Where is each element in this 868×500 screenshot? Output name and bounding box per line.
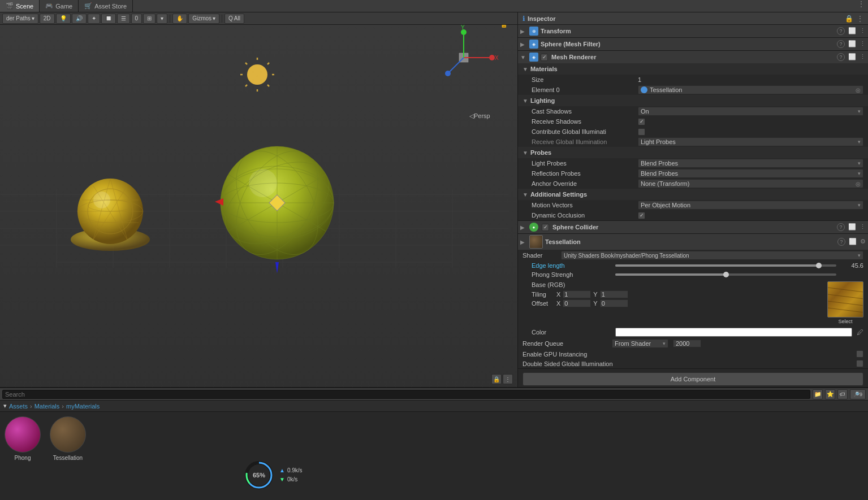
double-sided-gi-checkbox[interactable] bbox=[856, 360, 863, 367]
element0-select-icon[interactable]: ◎ bbox=[856, 87, 861, 93]
cast-shadows-dropdown[interactable]: On ▾ bbox=[638, 107, 863, 116]
tessellation-settings-icon[interactable]: ⚙ bbox=[860, 238, 866, 246]
render-queue-dropdown[interactable]: From Shader ▾ bbox=[612, 339, 668, 348]
mesh-filter-help-icon[interactable]: ? bbox=[837, 40, 845, 48]
tab-asset-store[interactable]: 🛒 Asset Store bbox=[79, 0, 133, 12]
receive-shadows-checkbox[interactable] bbox=[638, 118, 645, 125]
sphere-collider-menu-icon[interactable]: ⋮ bbox=[860, 223, 866, 231]
tiling-y-input[interactable] bbox=[600, 290, 628, 298]
paths-dropdown[interactable]: der Paths ▾ bbox=[2, 14, 38, 24]
breadcrumb-materials[interactable]: Materials bbox=[34, 403, 60, 410]
render-queue-arrow: ▾ bbox=[663, 341, 666, 346]
anchor-override-select-icon[interactable]: ◎ bbox=[856, 181, 861, 187]
transform-header[interactable]: ▶ ⊕ Transform ? ⬜ ⋮ bbox=[518, 25, 868, 37]
light-probes-dropdown[interactable]: Blend Probes ▾ bbox=[638, 159, 863, 168]
transform-align-icon[interactable]: ⬜ bbox=[848, 27, 856, 35]
gizmo-icon-btn[interactable]: ☰ bbox=[117, 14, 130, 24]
probes-section-header[interactable]: ▼ Probes bbox=[518, 147, 868, 158]
contribute-gi-checkbox[interactable] bbox=[638, 128, 645, 136]
scene-tab-label: Scene bbox=[16, 3, 33, 10]
sphere-collider-checkbox[interactable] bbox=[542, 224, 549, 231]
color-eyedropper-icon[interactable]: 🖊 bbox=[857, 328, 863, 336]
phong-strength-track[interactable] bbox=[615, 273, 836, 276]
reflection-probes-dropdown[interactable]: Blend Probes ▾ bbox=[638, 169, 863, 178]
probes-section-label: Probes bbox=[530, 149, 551, 156]
mode-2d-button[interactable]: 2D bbox=[40, 14, 55, 24]
asset-phong[interactable]: Phong bbox=[5, 416, 41, 461]
breadcrumb-expand[interactable]: ▾ bbox=[3, 402, 7, 410]
hand-tool[interactable]: ✋ bbox=[172, 14, 187, 24]
tessellation-material-header[interactable]: ▶ Tessellation ? ⬜ ⚙ bbox=[518, 234, 868, 250]
add-component-button[interactable]: Add Component bbox=[522, 372, 863, 386]
motion-vectors-dropdown[interactable]: Per Object Motion ▾ bbox=[638, 201, 863, 210]
edge-length-thumb[interactable] bbox=[816, 263, 822, 268]
inspector-menu-icon[interactable]: ⋮ bbox=[857, 15, 863, 23]
edge-length-track[interactable] bbox=[615, 264, 836, 267]
materials-expand-icon: ▼ bbox=[522, 66, 528, 72]
tessellation-help-icon[interactable]: ? bbox=[837, 238, 845, 246]
inspector-lock-icon[interactable]: 🔒 bbox=[845, 15, 853, 23]
effects-button[interactable]: ✦ bbox=[88, 14, 100, 24]
mesh-filter-align-icon[interactable]: ⬜ bbox=[848, 40, 856, 48]
render-queue-label: Render Queue bbox=[522, 340, 607, 347]
tiling-x-input[interactable] bbox=[563, 290, 591, 298]
dynamic-occlusion-checkbox[interactable] bbox=[638, 212, 645, 219]
mesh-renderer-checkbox[interactable] bbox=[541, 54, 548, 61]
scene-tab-icon: 🎬 bbox=[6, 2, 14, 10]
gizmo-grid-btn[interactable]: ⊞ bbox=[143, 14, 156, 24]
gizmo-num-btn[interactable]: 0 bbox=[131, 14, 142, 24]
gizmos-dropdown[interactable]: Gizmos ▾ bbox=[188, 14, 219, 24]
tab-game[interactable]: 🎮 Game bbox=[40, 0, 79, 12]
transform-help-icon[interactable]: ? bbox=[837, 27, 845, 35]
mesh-renderer-menu-icon[interactable]: ⋮ bbox=[860, 53, 866, 61]
sphere-collider-header[interactable]: ▶ ● Sphere Collider ? ⬜ ⋮ bbox=[518, 221, 868, 233]
additional-settings-header[interactable]: ▼ Additional Settings bbox=[518, 189, 868, 200]
color-swatch[interactable] bbox=[615, 328, 852, 337]
transform-menu-icon[interactable]: ⋮ bbox=[860, 27, 866, 35]
shader-dropdown[interactable]: Unity Shaders Book/myshader/Phong Tessel… bbox=[561, 251, 863, 260]
sphere-collider-align-icon[interactable]: ⬜ bbox=[848, 223, 856, 231]
receive-gi-dropdown[interactable]: Light Probes ▾ bbox=[638, 137, 863, 146]
element0-field[interactable]: Tessellation ◎ bbox=[638, 85, 863, 94]
texture-select-label[interactable]: Select bbox=[838, 319, 852, 324]
tabs-menu-button[interactable]: ⋮ bbox=[854, 0, 868, 12]
assets-search-input[interactable] bbox=[2, 390, 517, 399]
phong-strength-thumb[interactable] bbox=[723, 272, 729, 277]
motion-vectors-value: Per Object Motion bbox=[641, 202, 690, 208]
materials-section-header[interactable]: ▼ Materials bbox=[518, 63, 868, 75]
edge-length-label: Edge length bbox=[532, 262, 611, 269]
overlay-button[interactable]: 🔲 bbox=[101, 14, 116, 24]
mesh-renderer-help-icon[interactable]: ? bbox=[837, 53, 845, 61]
tessellation-align-icon[interactable]: ⬜ bbox=[849, 238, 857, 246]
layers-dropdown[interactable]: Q All bbox=[224, 14, 244, 24]
gizmo-more-btn[interactable]: ▾ bbox=[157, 14, 167, 24]
viewport-lock-btn[interactable]: 🔒 bbox=[491, 374, 502, 384]
gpu-instancing-checkbox[interactable] bbox=[856, 350, 863, 358]
cast-shadows-label: Cast Shadows bbox=[532, 108, 633, 115]
mesh-renderer-header[interactable]: ▼ ◈ Mesh Renderer ? ⬜ ⋮ bbox=[518, 51, 868, 63]
breadcrumb-sep-2: › bbox=[62, 403, 64, 410]
lighting-section-header[interactable]: ▼ Lighting bbox=[518, 95, 868, 106]
viewport-menu-btn[interactable]: ⋮ bbox=[503, 374, 513, 384]
mesh-renderer-align-icon[interactable]: ⬜ bbox=[848, 53, 856, 61]
offset-label: Offset bbox=[532, 300, 554, 307]
asset-tessellation[interactable]: Tessellation bbox=[50, 416, 86, 461]
phong-thumbnail bbox=[5, 416, 41, 453]
sphere-collider-help-icon[interactable]: ? bbox=[837, 223, 845, 231]
mesh-filter-menu-icon[interactable]: ⋮ bbox=[860, 40, 866, 48]
svg-text:X: X bbox=[495, 55, 499, 61]
gpu-instancing-label: Enable GPU Instancing bbox=[522, 351, 852, 358]
base-rgb-texture-thumb[interactable] bbox=[827, 281, 863, 318]
lighting-button[interactable]: 💡 bbox=[56, 14, 71, 24]
anchor-override-field[interactable]: None (Transform) ◎ bbox=[638, 179, 863, 188]
tab-scene[interactable]: 🎬 Scene bbox=[0, 0, 40, 12]
render-queue-value-input[interactable] bbox=[673, 340, 701, 347]
offset-y-input[interactable] bbox=[600, 299, 628, 307]
game-tab-label: Game bbox=[55, 3, 72, 10]
audio-button[interactable]: 🔊 bbox=[72, 14, 87, 24]
breadcrumb-assets[interactable]: Assets bbox=[9, 403, 28, 410]
mesh-filter-header[interactable]: ▶ ◈ Sphere (Mesh Filter) ? ⬜ ⋮ bbox=[518, 38, 868, 50]
breadcrumb-mymaterials[interactable]: myMaterials bbox=[66, 403, 100, 410]
offset-x-input[interactable] bbox=[563, 299, 591, 307]
breadcrumb-sep-1: › bbox=[30, 403, 32, 410]
